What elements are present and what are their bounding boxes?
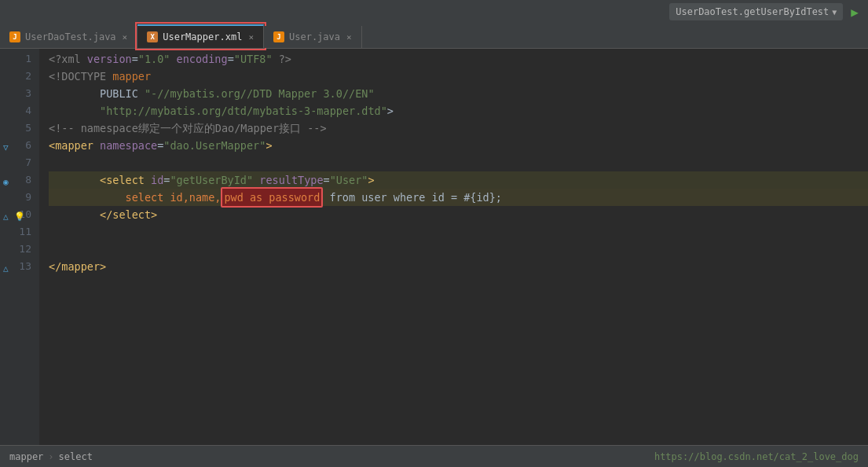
code-text: version xyxy=(87,50,132,68)
top-bar: UserDaoTest.getUserByIdTest ▼ ▶ xyxy=(0,0,868,24)
code-line-10: </select> xyxy=(49,206,868,223)
breadcrumb-separator: › xyxy=(48,451,53,462)
code-text: > xyxy=(387,102,394,120)
code-text: = xyxy=(228,50,234,68)
code-text: from user xyxy=(323,189,393,206)
code-text: <mapper xyxy=(49,137,100,154)
code-line-2: <!DOCTYPE mapper xyxy=(49,68,868,85)
line-num-1: 1 xyxy=(0,50,39,68)
code-line-5: <!-- namespace绑定一个对应的Dao/Mapper接口 --> xyxy=(49,120,868,137)
code-line-11 xyxy=(49,223,868,241)
code-text xyxy=(49,102,100,120)
line-num-10: △ 💡 10 xyxy=(0,206,39,223)
code-text: "User" xyxy=(330,171,368,189)
close-icon[interactable]: × xyxy=(123,32,128,42)
line-num-3: 3 xyxy=(0,85,39,102)
line-num-6: ▽ 6 xyxy=(0,137,39,154)
code-text: <select xyxy=(100,171,151,189)
xml-icon: X xyxy=(147,31,158,42)
highlighted-code: pwd as password xyxy=(221,187,323,208)
code-line-1: <?xml version="1.0" encoding="UTF8" ?> xyxy=(49,50,868,68)
code-line-7 xyxy=(49,154,868,171)
fold-icon-13[interactable]: △ xyxy=(3,260,9,278)
code-text: </select> xyxy=(100,206,157,223)
code-text: "getUserById" xyxy=(170,171,253,189)
chevron-down-icon: ▼ xyxy=(832,8,837,17)
code-text: = xyxy=(163,171,170,189)
code-text: = xyxy=(132,50,138,68)
where-keyword: where xyxy=(394,189,426,206)
code-text: namespace xyxy=(100,137,157,154)
code-text: encoding xyxy=(170,50,227,68)
breadcrumb-part2: select xyxy=(59,451,93,462)
code-line-4: "http://mybatis.org/dtd/mybatis-3-mapper… xyxy=(49,102,868,120)
code-line-8: <select id="getUserById" resultType="Use… xyxy=(49,171,868,189)
line-gutter: 1 2 3 4 5 ▽ 6 7 ◉ 8 9 △ 💡 10 11 12 △ 13 xyxy=(0,49,39,445)
code-line-13: </mapper> xyxy=(49,258,868,275)
code-line-12 xyxy=(49,241,868,258)
code-text: resultType xyxy=(259,171,323,189)
code-line-9: select id,name,pwd as password from user… xyxy=(49,189,868,206)
line-num-5: 5 xyxy=(0,120,39,137)
code-text: ?> xyxy=(273,50,291,68)
code-text: PUBLIC xyxy=(49,85,145,102)
code-text: <!DOCTYPE xyxy=(49,68,112,85)
close-icon[interactable]: × xyxy=(248,32,254,42)
code-text xyxy=(253,171,259,189)
tab-user[interactable]: J User.java × xyxy=(264,26,362,48)
run-config[interactable]: UserDaoTest.getUserByIdTest ▼ xyxy=(669,3,843,20)
java-icon: J xyxy=(273,31,284,42)
code-area[interactable]: <?xml version="1.0" encoding="UTF8" ?> <… xyxy=(39,49,868,445)
run-button[interactable]: ▶ xyxy=(848,5,862,20)
tab-userdaotest[interactable]: J UserDaoTest.java × xyxy=(0,26,137,48)
code-text: <!-- namespace绑定一个对应的Dao/Mapper接口 --> xyxy=(49,120,327,137)
tab-usermapper-label: UserMapper.xml xyxy=(163,31,242,42)
status-url: https://blog.csdn.net/cat_2_love_dog xyxy=(654,451,859,462)
code-text: mapper xyxy=(112,68,151,85)
tab-userdaotest-label: UserDaoTest.java xyxy=(25,31,116,42)
close-icon[interactable]: × xyxy=(346,32,352,42)
code-text: "1.0" xyxy=(138,50,170,68)
status-bar: mapper › select https://blog.csdn.net/ca… xyxy=(0,445,868,467)
editor: 1 2 3 4 5 ▽ 6 7 ◉ 8 9 △ 💡 10 11 12 △ 13 … xyxy=(0,49,868,445)
code-text: select id,name, xyxy=(49,189,221,206)
code-text xyxy=(49,171,100,189)
line-num-11: 11 xyxy=(0,223,39,241)
code-text: = xyxy=(324,171,330,189)
line-num-2: 2 xyxy=(0,68,39,85)
code-line-3: PUBLIC "-//mybatis.org//DTD Mapper 3.0//… xyxy=(49,85,868,102)
line-num-9: 9 xyxy=(0,189,39,206)
java-icon: J xyxy=(9,31,20,42)
code-text: > xyxy=(266,137,272,154)
code-text: "dao.UserMapper" xyxy=(163,137,266,154)
tab-usermapper[interactable]: X UserMapper.xml × xyxy=(137,24,264,48)
code-text: id xyxy=(151,171,163,189)
line-num-4: 4 xyxy=(0,102,39,120)
code-text: id = #{id}; xyxy=(425,189,502,206)
tab-bar: J UserDaoTest.java × X UserMapper.xml × … xyxy=(0,24,868,49)
tab-user-label: User.java xyxy=(289,31,340,42)
breadcrumb: mapper › select xyxy=(9,451,93,462)
line-num-7: 7 xyxy=(0,154,39,171)
top-bar-right: UserDaoTest.getUserByIdTest ▼ ▶ xyxy=(669,3,862,20)
code-text: = xyxy=(157,137,163,154)
run-config-label: UserDaoTest.getUserByIdTest xyxy=(676,6,829,17)
breadcrumb-part1: mapper xyxy=(9,451,43,462)
code-text: </mapper> xyxy=(49,258,106,275)
line-num-8: ◉ 8 xyxy=(0,171,39,189)
code-text: "http://mybatis.org/dtd/mybatis-3-mapper… xyxy=(100,102,387,120)
code-text: > xyxy=(368,171,374,189)
line-num-13: △ 13 xyxy=(0,258,39,275)
code-text xyxy=(49,206,100,223)
code-text: "UTF8" xyxy=(234,50,273,68)
code-text: "-//mybatis.org//DTD Mapper 3.0//EN" xyxy=(145,85,375,102)
xml-decl: <?xml xyxy=(49,50,87,68)
code-line-6: <mapper namespace="dao.UserMapper"> xyxy=(49,137,868,154)
line-num-12: 12 xyxy=(0,241,39,258)
